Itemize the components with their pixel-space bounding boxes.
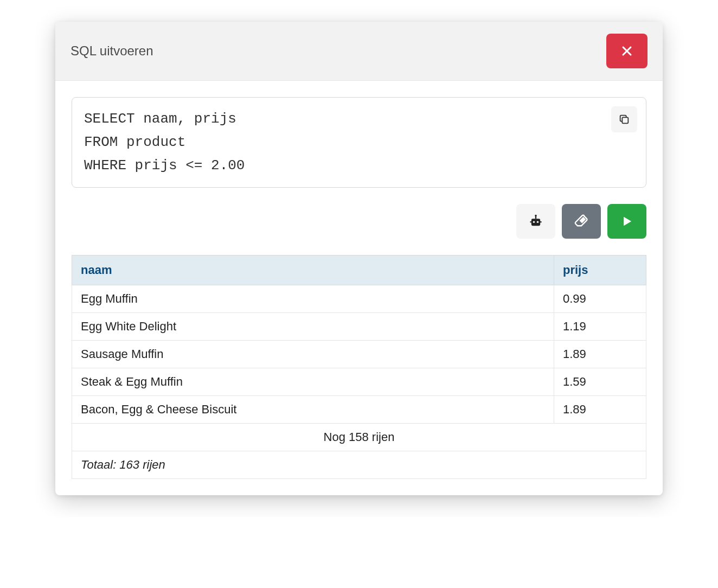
more-rows-indicator: Nog 158 rijen [72,423,646,451]
robot-button[interactable] [516,204,555,239]
copy-button[interactable] [611,106,637,132]
svg-point-7 [535,214,537,216]
close-icon [620,44,633,57]
eraser-button[interactable] [562,204,601,239]
cell-naam: Egg Muffin [72,285,554,312]
cell-naam: Bacon, Egg & Cheese Biscuit [72,395,554,423]
column-header-naam[interactable]: naam [72,255,554,285]
svg-point-5 [537,221,539,223]
table-row: Egg White Delight1.19 [72,312,646,340]
modal-title: SQL uitvoeren [70,43,153,59]
copy-icon [618,113,630,125]
svg-marker-10 [624,217,631,226]
svg-rect-2 [622,117,628,123]
eraser-icon [574,214,589,229]
run-button[interactable] [607,204,646,239]
modal-header: SQL uitvoeren [55,22,663,81]
svg-rect-3 [531,219,540,226]
cell-prijs: 1.59 [554,368,646,395]
svg-point-4 [533,221,535,223]
table-header-row: naam prijs [72,255,646,285]
cell-prijs: 1.89 [554,340,646,368]
toolbar [72,204,646,239]
cell-prijs: 1.19 [554,312,646,340]
sql-editor[interactable]: SELECT naam, prijs FROM product WHERE pr… [72,97,646,188]
total-rows: Totaal: 163 rijen [72,451,646,478]
close-button[interactable] [606,34,648,68]
sql-text: SELECT naam, prijs FROM product WHERE pr… [84,111,245,174]
cell-naam: Steak & Egg Muffin [72,368,554,395]
table-row: Bacon, Egg & Cheese Biscuit1.89 [72,395,646,423]
robot-icon [528,214,543,229]
play-icon [619,214,634,229]
table-row: Egg Muffin0.99 [72,285,646,312]
cell-prijs: 1.89 [554,395,646,423]
sql-execute-modal: SQL uitvoeren SELECT naam, prijs FROM pr… [55,22,663,495]
table-row: Sausage Muffin1.89 [72,340,646,368]
modal-body: SELECT naam, prijs FROM product WHERE pr… [55,81,663,495]
table-row: Steak & Egg Muffin1.59 [72,368,646,395]
cell-prijs: 0.99 [554,285,646,312]
cell-naam: Sausage Muffin [72,340,554,368]
results-table: naam prijs Egg Muffin0.99Egg White Delig… [72,255,646,479]
column-header-prijs[interactable]: prijs [554,255,646,285]
cell-naam: Egg White Delight [72,312,554,340]
